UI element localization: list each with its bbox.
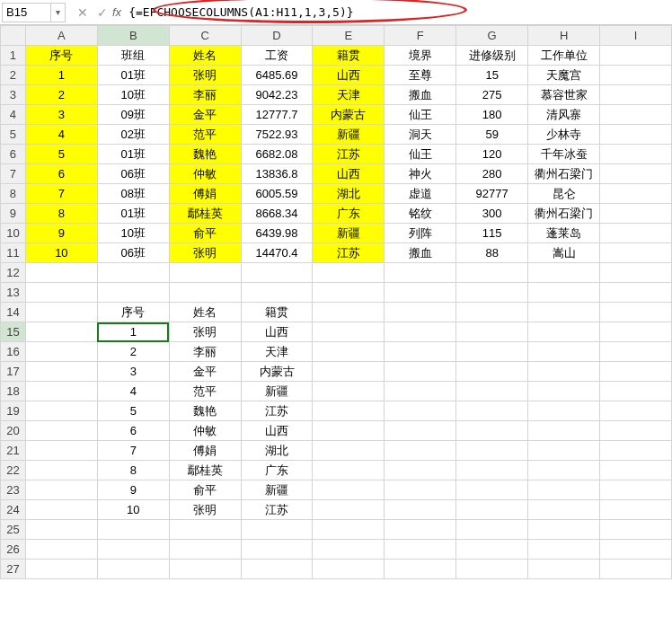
cell-C12[interactable] <box>169 263 241 283</box>
col-header-F[interactable]: F <box>385 26 456 46</box>
cell-E14[interactable] <box>313 303 385 322</box>
cell-B6[interactable]: 01班 <box>97 145 169 164</box>
cell-D27[interactable] <box>241 560 313 579</box>
cell-I16[interactable] <box>600 342 672 362</box>
cell-G14[interactable] <box>456 303 528 322</box>
cell-H10[interactable]: 蓬莱岛 <box>528 224 600 243</box>
cell-B16[interactable]: 2 <box>97 342 169 362</box>
cell-B3[interactable]: 10班 <box>97 85 169 105</box>
cell-D25[interactable] <box>241 520 313 540</box>
cell-A2[interactable]: 1 <box>25 66 97 85</box>
cell-E25[interactable] <box>313 520 385 540</box>
cell-D6[interactable]: 6682.08 <box>241 145 313 164</box>
cell-I5[interactable] <box>600 125 672 145</box>
cell-H26[interactable] <box>528 540 600 560</box>
cell-F25[interactable] <box>385 520 456 540</box>
cell-I7[interactable] <box>600 164 672 184</box>
row-header-13[interactable]: 13 <box>1 283 26 303</box>
cell-A3[interactable]: 2 <box>25 85 97 105</box>
cell-G1[interactable]: 进修级别 <box>456 46 528 66</box>
cell-A19[interactable] <box>25 401 97 421</box>
cell-E11[interactable]: 江苏 <box>313 243 385 263</box>
cell-A10[interactable]: 9 <box>25 224 97 243</box>
cell-D11[interactable]: 14470.4 <box>241 243 313 263</box>
row-header-16[interactable]: 16 <box>1 342 26 362</box>
cell-F14[interactable] <box>385 303 456 322</box>
cell-G6[interactable]: 120 <box>456 145 528 164</box>
cell-D4[interactable]: 12777.7 <box>241 105 313 125</box>
cell-E1[interactable]: 籍贯 <box>313 46 385 66</box>
cell-I3[interactable] <box>600 85 672 105</box>
cell-I6[interactable] <box>600 145 672 164</box>
cell-B1[interactable]: 班组 <box>97 46 169 66</box>
cell-C25[interactable] <box>169 520 241 540</box>
cell-H1[interactable]: 工作单位 <box>528 46 600 66</box>
cell-H17[interactable] <box>528 362 600 382</box>
cell-G8[interactable]: 92777 <box>456 184 528 204</box>
cell-G24[interactable] <box>456 500 528 520</box>
cell-D23[interactable]: 新疆 <box>241 480 313 500</box>
cell-F13[interactable] <box>385 283 456 303</box>
cell-A21[interactable] <box>25 441 97 461</box>
cell-C9[interactable]: 鄢桂英 <box>169 204 241 224</box>
cell-H5[interactable]: 少林寺 <box>528 125 600 145</box>
cell-B24[interactable]: 10 <box>97 500 169 520</box>
cell-G3[interactable]: 275 <box>456 85 528 105</box>
cell-H20[interactable] <box>528 421 600 441</box>
cell-C4[interactable]: 金平 <box>169 105 241 125</box>
cell-D13[interactable] <box>241 283 313 303</box>
cell-G27[interactable] <box>456 560 528 579</box>
cell-D10[interactable]: 6439.98 <box>241 224 313 243</box>
cell-H22[interactable] <box>528 461 600 480</box>
cell-D14[interactable]: 籍贯 <box>241 303 313 322</box>
row-header-10[interactable]: 10 <box>1 224 26 243</box>
cell-C14[interactable]: 姓名 <box>169 303 241 322</box>
cell-E13[interactable] <box>313 283 385 303</box>
cell-D24[interactable]: 江苏 <box>241 500 313 520</box>
cell-E26[interactable] <box>313 540 385 560</box>
row-header-25[interactable]: 25 <box>1 520 26 540</box>
cell-F20[interactable] <box>385 421 456 441</box>
cell-E4[interactable]: 内蒙古 <box>313 105 385 125</box>
cell-E9[interactable]: 广东 <box>313 204 385 224</box>
cell-A15[interactable] <box>25 322 97 342</box>
row-header-9[interactable]: 9 <box>1 204 26 224</box>
cell-F18[interactable] <box>385 382 456 401</box>
cell-A14[interactable] <box>25 303 97 322</box>
cell-G21[interactable] <box>456 441 528 461</box>
cell-C1[interactable]: 姓名 <box>169 46 241 66</box>
cell-I26[interactable] <box>600 540 672 560</box>
col-header-B[interactable]: B <box>97 26 169 46</box>
cell-D19[interactable]: 江苏 <box>241 401 313 421</box>
cell-B7[interactable]: 06班 <box>97 164 169 184</box>
cell-G22[interactable] <box>456 461 528 480</box>
cell-E3[interactable]: 天津 <box>313 85 385 105</box>
cell-A22[interactable] <box>25 461 97 480</box>
cell-A6[interactable]: 5 <box>25 145 97 164</box>
cell-D2[interactable]: 6485.69 <box>241 66 313 85</box>
cell-G15[interactable] <box>456 322 528 342</box>
cell-B5[interactable]: 02班 <box>97 125 169 145</box>
cell-I20[interactable] <box>600 421 672 441</box>
cell-B12[interactable] <box>97 263 169 283</box>
cell-A9[interactable]: 8 <box>25 204 97 224</box>
cell-A12[interactable] <box>25 263 97 283</box>
cell-A11[interactable]: 10 <box>25 243 97 263</box>
cell-D7[interactable]: 13836.8 <box>241 164 313 184</box>
row-header-7[interactable]: 7 <box>1 164 26 184</box>
cell-I25[interactable] <box>600 520 672 540</box>
cell-A25[interactable] <box>25 520 97 540</box>
cell-A23[interactable] <box>25 480 97 500</box>
cell-F8[interactable]: 虚道 <box>385 184 456 204</box>
cell-I9[interactable] <box>600 204 672 224</box>
cell-H2[interactable]: 天魔宫 <box>528 66 600 85</box>
cell-G12[interactable] <box>456 263 528 283</box>
cell-A26[interactable] <box>25 540 97 560</box>
cell-B13[interactable] <box>97 283 169 303</box>
cell-F19[interactable] <box>385 401 456 421</box>
cell-C5[interactable]: 范平 <box>169 125 241 145</box>
cell-B26[interactable] <box>97 540 169 560</box>
cell-B17[interactable]: 3 <box>97 362 169 382</box>
cell-I14[interactable] <box>600 303 672 322</box>
cell-I13[interactable] <box>600 283 672 303</box>
